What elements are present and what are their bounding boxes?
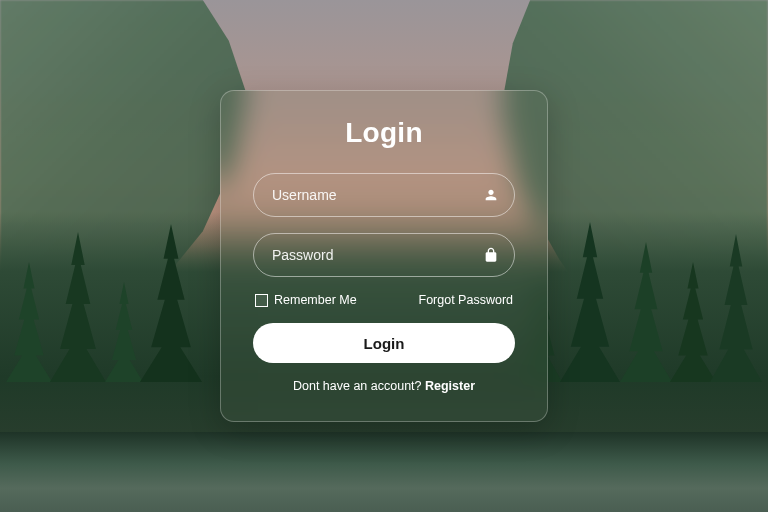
register-prompt: Dont have an account? xyxy=(293,379,425,393)
user-icon xyxy=(483,187,499,203)
username-field-wrap xyxy=(253,173,515,217)
remember-me-label: Remember Me xyxy=(274,293,357,307)
lock-icon xyxy=(483,247,499,263)
password-field-wrap xyxy=(253,233,515,277)
login-title: Login xyxy=(253,117,515,149)
password-input[interactable] xyxy=(253,233,515,277)
checkbox-icon xyxy=(255,294,268,307)
login-button[interactable]: Login xyxy=(253,323,515,363)
remember-me-checkbox[interactable]: Remember Me xyxy=(255,293,357,307)
forgot-password-link[interactable]: Forgot Password xyxy=(419,293,513,307)
username-input[interactable] xyxy=(253,173,515,217)
register-link[interactable]: Register xyxy=(425,379,475,393)
register-row: Dont have an account? Register xyxy=(253,379,515,393)
login-card: Login Remember Me Forgot Password Login … xyxy=(220,90,548,422)
options-row: Remember Me Forgot Password xyxy=(255,293,513,307)
